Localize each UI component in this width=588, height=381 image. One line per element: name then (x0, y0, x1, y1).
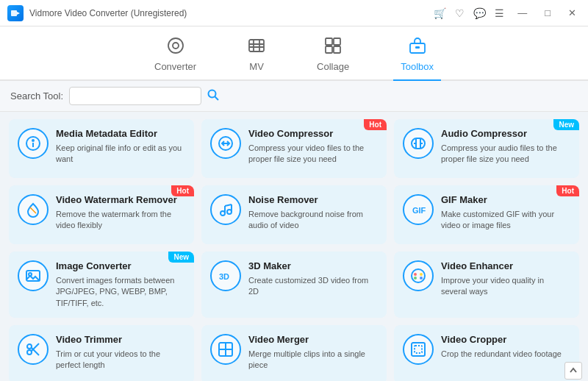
tool-card-audio-compressor[interactable]: New Audio Compressor Compress your audio… (394, 119, 579, 178)
badge-new: New (553, 119, 579, 130)
heart-icon[interactable]: ♡ (455, 7, 465, 19)
3d-maker-info: 3D Maker Create customized 3D video from… (248, 260, 378, 298)
image-converter-icon (18, 260, 49, 291)
media-metadata-editor-icon (18, 128, 49, 159)
svg-point-35 (414, 277, 417, 279)
tool-card-3d-maker[interactable]: 3D 3D Maker Create customized 3D video f… (201, 252, 387, 318)
gif-maker-info: GIF Maker Make customized GIF with your … (441, 194, 570, 232)
gif-maker-desc: Make customized GIF with your video or i… (441, 209, 570, 232)
media-metadata-editor-name: Media Metadata Editor (56, 128, 185, 140)
main-content: Media Metadata Editor Keep original file… (0, 112, 588, 381)
titlebar-left: Vidmore Video Converter (Unregistered) (7, 5, 187, 21)
video-merger-name: Video Merger (248, 334, 378, 346)
svg-rect-7 (326, 46, 332, 53)
maximize-button[interactable]: □ (540, 6, 555, 20)
video-watermark-remover-desc: Remove the watermark from the video flex… (56, 209, 185, 232)
video-watermark-remover-name: Video Watermark Remover (56, 194, 185, 207)
svg-marker-1 (17, 12, 20, 15)
svg-text:3D: 3D (219, 272, 229, 281)
video-cropper-name: Video Cropper (441, 334, 570, 346)
toolbox-icon (409, 37, 426, 58)
video-merger-desc: Merge multiple clips into a single piece (248, 349, 378, 371)
titlebar: Vidmore Video Converter (Unregistered) 🛒… (0, 0, 588, 26)
image-converter-name: Image Converter (56, 260, 185, 273)
titlebar-controls: 🛒 ♡ 💬 ☰ — □ ✕ (434, 6, 581, 20)
video-watermark-remover-info: Video Watermark Remover Remove the water… (56, 194, 185, 232)
tab-collage-label: Collage (317, 61, 349, 72)
badge-new: New (168, 252, 194, 263)
tool-card-gif-maker[interactable]: Hot GIF GIF Maker Make customized GIF wi… (394, 185, 579, 244)
video-cropper-desc: Crop the redundant video footage (441, 349, 570, 360)
video-compressor-info: Video Compressor Compress your video fil… (248, 128, 378, 165)
svg-line-39 (32, 348, 40, 356)
video-merger-icon (210, 334, 241, 365)
media-metadata-editor-desc: Keep original file info or edit as you w… (56, 143, 185, 165)
svg-rect-6 (334, 38, 340, 45)
video-compressor-name: Video Compressor (248, 128, 378, 140)
gif-maker-name: GIF Maker (441, 194, 570, 207)
noise-remover-info: Noise Remover Remove background noise fr… (248, 194, 378, 232)
tool-card-video-enhancer[interactable]: Video Enhancer Improve your video qualit… (394, 252, 579, 318)
video-trimmer-icon (18, 334, 49, 365)
svg-line-27 (225, 204, 232, 206)
video-watermark-remover-icon (18, 194, 49, 225)
tool-card-video-merger[interactable]: Video Merger Merge multiple clips into a… (201, 325, 387, 381)
svg-rect-45 (415, 346, 422, 353)
app-icon (7, 5, 24, 21)
tab-collage[interactable]: Collage (309, 32, 356, 81)
svg-point-15 (32, 140, 34, 141)
tab-mv[interactable]: MV (240, 32, 273, 81)
svg-rect-44 (412, 343, 425, 356)
svg-point-36 (420, 277, 423, 279)
video-enhancer-info: Video Enhancer Improve your video qualit… (441, 260, 570, 298)
svg-point-32 (412, 269, 425, 282)
svg-point-2 (168, 38, 183, 53)
tool-card-video-cropper[interactable]: Video Cropper Crop the redundant video f… (394, 325, 579, 381)
video-trimmer-info: Video Trimmer Trim or cut your videos to… (56, 334, 185, 371)
audio-compressor-name: Audio Compressor (441, 128, 570, 140)
mv-icon (248, 37, 265, 58)
search-icon[interactable] (207, 89, 219, 103)
search-label: Search Tool: (10, 90, 63, 102)
image-converter-desc: Convert images formats between JPG/JPEG,… (56, 275, 185, 309)
close-button[interactable]: ✕ (564, 6, 581, 20)
svg-point-3 (173, 43, 179, 49)
badge-hot: Hot (171, 185, 194, 196)
video-enhancer-icon (403, 260, 434, 291)
tool-card-noise-remover[interactable]: Noise Remover Remove background noise fr… (201, 185, 387, 244)
search-input[interactable] (69, 87, 201, 105)
video-compressor-icon (210, 128, 241, 159)
tab-converter[interactable]: Converter (147, 32, 204, 81)
tool-card-media-metadata-editor[interactable]: Media Metadata Editor Keep original file… (9, 119, 194, 178)
svg-line-40 (32, 343, 40, 352)
svg-rect-17 (412, 138, 425, 149)
titlebar-title: Vidmore Video Converter (Unregistered) (29, 8, 187, 18)
svg-rect-8 (334, 46, 340, 53)
cart-icon[interactable]: 🛒 (434, 7, 446, 19)
svg-rect-0 (11, 10, 17, 16)
badge-hot: Hot (364, 119, 387, 130)
minimize-button[interactable]: — (513, 6, 531, 20)
video-trimmer-desc: Trim or cut your videos to the perfect l… (56, 349, 185, 371)
scroll-top-button[interactable] (564, 362, 582, 380)
media-metadata-editor-info: Media Metadata Editor Keep original file… (56, 128, 185, 165)
audio-compressor-desc: Compress your audio files to the proper … (441, 143, 570, 165)
video-merger-info: Video Merger Merge multiple clips into a… (248, 334, 378, 371)
badge-hot: Hot (556, 185, 579, 196)
tab-toolbox[interactable]: Toolbox (393, 32, 441, 81)
tool-card-video-compressor[interactable]: Hot Video Compressor Compress your video… (201, 119, 387, 178)
tool-card-video-trimmer[interactable]: Video Trimmer Trim or cut your videos to… (9, 325, 194, 381)
chat-icon[interactable]: 💬 (473, 7, 486, 19)
tools-grid: Media Metadata Editor Keep original file… (9, 119, 579, 381)
svg-rect-10 (415, 46, 420, 49)
menu-icon[interactable]: ☰ (495, 7, 504, 19)
video-enhancer-name: Video Enhancer (441, 260, 570, 273)
tab-converter-label: Converter (154, 61, 196, 72)
tool-card-video-watermark-remover[interactable]: Hot Video Watermark Remover Remove the w… (9, 185, 194, 244)
tool-card-image-converter[interactable]: New Image Converter Convert images forma… (9, 252, 194, 318)
svg-line-12 (215, 97, 219, 101)
video-enhancer-desc: Improve your video quality in several wa… (441, 275, 570, 298)
noise-remover-icon (210, 194, 241, 225)
svg-rect-5 (326, 38, 332, 45)
noise-remover-name: Noise Remover (248, 194, 378, 207)
